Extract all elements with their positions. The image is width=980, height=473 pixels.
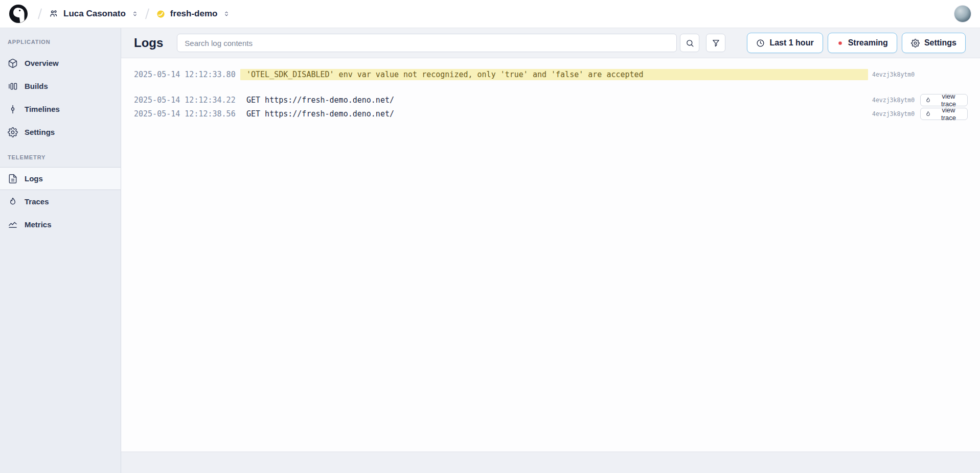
breadcrumb-project-label: fresh-demo	[170, 9, 218, 19]
flame-icon	[8, 197, 18, 207]
streaming-label: Streaming	[848, 38, 888, 48]
main-content: Logs Last 1 hour Streaming Setti	[121, 28, 980, 473]
log-message: GET https://fresh-demo.deno.net/	[240, 109, 400, 119]
log-message-wrap: GET https://fresh-demo.deno.net/	[240, 109, 868, 119]
page-title: Logs	[134, 36, 163, 50]
log-row[interactable]: 2025-05-14 12:12:33.80'OTEL_SDK_DISABLED…	[121, 69, 980, 80]
timeline-icon	[8, 104, 18, 114]
filter-button[interactable]	[706, 34, 725, 52]
breadcrumb-separator	[38, 8, 42, 19]
isolate-id: 4evzj3k8ytm0	[872, 71, 915, 78]
search-input[interactable]	[177, 34, 677, 52]
view-trace-button[interactable]: view trace	[920, 94, 968, 106]
sidebar-section-label: TELEMETRY	[0, 144, 121, 167]
log-row[interactable]: 2025-05-14 12:12:34.22GET https://fresh-…	[121, 94, 980, 106]
time-range-label: Last 1 hour	[769, 38, 813, 48]
breadcrumb-project[interactable]: fresh-demo	[156, 9, 231, 19]
logs-toolbar: Logs Last 1 hour Streaming Setti	[121, 28, 980, 58]
toolbar-actions: Last 1 hour Streaming Settings	[747, 33, 966, 53]
red-dot-icon	[837, 40, 844, 46]
log-message: GET https://fresh-demo.deno.net/	[240, 96, 400, 105]
streaming-button[interactable]: Streaming	[828, 33, 897, 53]
sidebar: APPLICATIONOverviewBuildsTimelinesSettin…	[0, 28, 121, 473]
topbar: Luca Casonato fresh-demo	[0, 0, 980, 28]
chevron-updown-icon	[131, 10, 139, 17]
log-settings-label: Settings	[924, 38, 956, 48]
sidebar-item-label: Logs	[25, 174, 43, 183]
fresh-lemon-icon	[156, 9, 166, 19]
breadcrumb-org-label: Luca Casonato	[63, 9, 126, 19]
log-timestamp: 2025-05-14 12:12:38.56	[134, 109, 234, 119]
organization-icon	[49, 9, 59, 19]
search-icon	[686, 39, 694, 48]
trace-slot: view trace	[920, 94, 968, 106]
log-list: 2025-05-14 12:12:33.80'OTEL_SDK_DISABLED…	[121, 58, 980, 452]
sidebar-item-logs[interactable]: Logs	[0, 167, 121, 190]
isolate-id: 4evzj3k8ytm0	[872, 110, 915, 117]
breadcrumb-org[interactable]: Luca Casonato	[49, 9, 139, 19]
view-trace-label: view trace	[934, 92, 963, 108]
filter-icon	[712, 39, 720, 48]
clock-icon	[756, 39, 765, 48]
sidebar-item-settings[interactable]: Settings	[0, 121, 121, 144]
log-message-wrap: GET https://fresh-demo.deno.net/	[240, 96, 868, 105]
gear-icon	[8, 127, 18, 137]
flame-icon	[925, 97, 931, 104]
isolate-id: 4evzj3k8ytm0	[872, 97, 915, 104]
breadcrumb-separator	[145, 8, 149, 19]
trace-slot: view trace	[920, 108, 968, 120]
sidebar-item-label: Settings	[25, 128, 55, 136]
deno-logo-icon	[9, 4, 28, 23]
sidebar-item-label: Traces	[25, 197, 49, 206]
trend-icon	[8, 220, 18, 230]
sidebar-item-builds[interactable]: Builds	[0, 75, 121, 98]
log-message-warning: 'OTEL_SDK_DISABLED' env var value not re…	[240, 69, 868, 80]
avatar[interactable]	[954, 5, 971, 22]
columns-icon	[8, 81, 18, 91]
view-trace-label: view trace	[934, 106, 963, 122]
log-row[interactable]: 2025-05-14 12:12:38.56GET https://fresh-…	[121, 108, 980, 120]
sidebar-item-label: Timelines	[25, 105, 60, 113]
flame-icon	[925, 111, 931, 117]
gear-icon	[911, 39, 920, 48]
file-text-icon	[8, 174, 18, 184]
log-timestamp: 2025-05-14 12:12:33.80	[134, 70, 234, 79]
log-timestamp: 2025-05-14 12:12:34.22	[134, 96, 234, 105]
log-message-wrap: 'OTEL_SDK_DISABLED' env var value not re…	[240, 69, 868, 80]
sidebar-item-metrics[interactable]: Metrics	[0, 213, 121, 236]
sidebar-section-label: APPLICATION	[0, 28, 121, 52]
sidebar-item-overview[interactable]: Overview	[0, 52, 121, 75]
chevron-updown-icon	[223, 10, 230, 17]
deno-logo[interactable]	[9, 4, 28, 23]
footer-strip	[121, 452, 980, 473]
sidebar-item-label: Overview	[25, 59, 59, 67]
sidebar-item-timelines[interactable]: Timelines	[0, 98, 121, 121]
sidebar-item-label: Metrics	[25, 220, 52, 229]
search-button[interactable]	[680, 34, 699, 52]
sidebar-item-traces[interactable]: Traces	[0, 190, 121, 213]
sidebar-item-label: Builds	[25, 82, 48, 90]
view-trace-button[interactable]: view trace	[920, 108, 968, 120]
time-range-button[interactable]: Last 1 hour	[747, 33, 823, 53]
cube-icon	[8, 58, 18, 68]
log-settings-button[interactable]: Settings	[902, 33, 966, 53]
